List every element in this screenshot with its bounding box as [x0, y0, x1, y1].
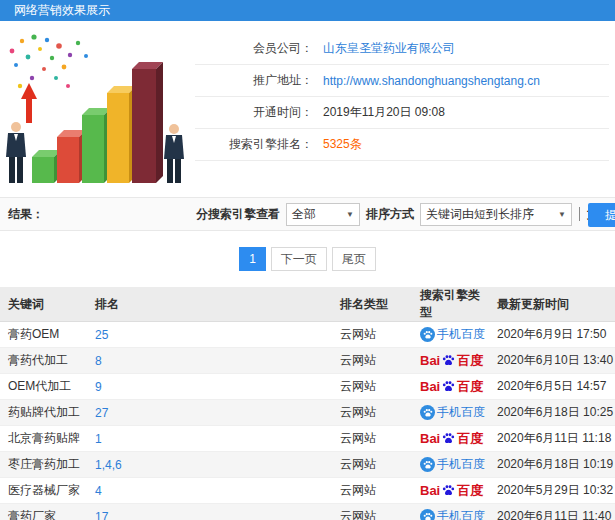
- paw-icon: [423, 512, 433, 520]
- table-row: 膏药OEM 25 云网站 手机百度 2020年6月9日 17:50: [0, 322, 615, 348]
- promo-url-link[interactable]: http://www.shandonghuangshengtang.cn: [323, 74, 540, 88]
- mobile-baidu-icon: [420, 457, 435, 472]
- open-time-value: 2019年11月20日 09:08: [323, 104, 445, 121]
- company-link[interactable]: 山东皇圣堂药业有限公司: [323, 40, 455, 57]
- company-label: 会员公司：: [195, 40, 313, 57]
- rank-type-cell: 云网站: [332, 374, 412, 400]
- paw-icon: [423, 408, 433, 418]
- rank-type-cell: 云网站: [332, 426, 412, 452]
- col-header-engine-type: 搜索引擎类型: [412, 287, 489, 322]
- member-info-panel: 会员公司： 山东皇圣堂药业有限公司 推广地址： http://www.shand…: [195, 21, 615, 161]
- rank-link[interactable]: 8: [95, 354, 102, 368]
- rank-cell: 9: [87, 374, 332, 400]
- table-row: 药贴牌代加工 27 云网站 手机百度 2020年6月18日 10:25: [0, 400, 615, 426]
- pagination: 1 下一页 尾页: [0, 247, 615, 271]
- table-header-row: 关键词 排名 排名类型 搜索引擎类型 最新更新时间: [0, 287, 615, 322]
- engine-cell: Bai百度: [412, 348, 489, 374]
- page-1-button[interactable]: 1: [239, 247, 266, 271]
- rank-link[interactable]: 1,4,6: [95, 458, 122, 472]
- paw-icon: [442, 484, 455, 497]
- marketing-chart-image: [4, 31, 190, 189]
- update-time-cell: 2020年6月5日 14:57: [489, 374, 615, 400]
- rank-type-cell: 云网站: [332, 348, 412, 374]
- engine-cell: 手机百度: [412, 400, 489, 426]
- table-row: OEM代加工 9 云网站 Bai百度 2020年6月5日 14:57: [0, 374, 615, 400]
- rank-cell: 1,4,6: [87, 452, 332, 478]
- rank-count-value: 5325条: [323, 136, 362, 153]
- table-row: 医疗器械厂家 4 云网站 Bai百度 2020年5月29日 10:32: [0, 478, 615, 504]
- col-header-update-time: 最新更新时间: [489, 287, 615, 322]
- divider: [579, 207, 580, 221]
- paw-icon: [423, 460, 433, 470]
- sort-value: 关键词由短到长排序: [426, 206, 534, 223]
- page-title: 网络营销效果展示: [0, 0, 615, 21]
- rank-link[interactable]: 4: [95, 484, 102, 498]
- paw-icon: [442, 432, 455, 445]
- mobile-baidu-logo: 手机百度: [420, 404, 485, 421]
- open-time-label: 开通时间：: [195, 104, 313, 121]
- engine-cell: 手机百度: [412, 504, 489, 520]
- keyword-cell: 药贴牌代加工: [0, 400, 87, 426]
- last-page-button[interactable]: 尾页: [332, 247, 376, 271]
- rank-cell: 4: [87, 478, 332, 504]
- businessman-right: [164, 124, 184, 183]
- submit-button[interactable]: 提交: [588, 203, 615, 227]
- chevron-down-icon: ▼: [346, 210, 354, 219]
- promo-url-row: 推广地址： http://www.shandonghuangshengtang.…: [195, 65, 609, 97]
- table-row: 枣庄膏药加工 1,4,6 云网站 手机百度 2020年6月18日 10:19: [0, 452, 615, 478]
- rank-link[interactable]: 17: [95, 510, 108, 520]
- rank-cell: 17: [87, 504, 332, 520]
- filter-bar: 结果： 分搜索引擎查看 全部 ▼ 排序方式 关键词由短到长排序 ▼ 文章类型 全…: [0, 197, 615, 231]
- table-row: 北京膏药贴牌 1 云网站 Bai百度 2020年6月11日 11:18: [0, 426, 615, 452]
- engine-filter-select[interactable]: 全部 ▼: [286, 203, 360, 226]
- rank-link[interactable]: 1: [95, 432, 102, 446]
- baidu-logo: Bai百度: [420, 430, 483, 448]
- businessman-left: [6, 122, 26, 183]
- baidu-logo: Bai百度: [420, 352, 483, 370]
- col-header-rank-type: 排名类型: [332, 287, 412, 322]
- paw-icon: [423, 330, 433, 340]
- open-time-row: 开通时间： 2019年11月20日 09:08: [195, 97, 609, 129]
- engine-cell: Bai百度: [412, 478, 489, 504]
- update-time-cell: 2020年6月9日 17:50: [489, 322, 615, 348]
- keyword-cell: 膏药厂家: [0, 504, 87, 520]
- sort-label: 排序方式: [366, 206, 414, 223]
- next-page-button[interactable]: 下一页: [271, 247, 327, 271]
- keyword-cell: 枣庄膏药加工: [0, 452, 87, 478]
- sort-select[interactable]: 关键词由短到长排序 ▼: [420, 203, 572, 226]
- rank-cell: 25: [87, 322, 332, 348]
- keyword-cell: 膏药代加工: [0, 348, 87, 374]
- bars: [32, 62, 163, 183]
- rank-type-cell: 云网站: [332, 478, 412, 504]
- update-time-cell: 2020年6月18日 10:19: [489, 452, 615, 478]
- rank-count-row: 搜索引擎排名： 5325条: [195, 129, 609, 161]
- mobile-baidu-icon: [420, 405, 435, 420]
- baidu-logo: Bai百度: [420, 378, 483, 396]
- mobile-baidu-icon: [420, 509, 435, 520]
- keyword-cell: 医疗器械厂家: [0, 478, 87, 504]
- result-label: 结果：: [8, 206, 44, 223]
- rank-type-cell: 云网站: [332, 322, 412, 348]
- engine-cell: Bai百度: [412, 426, 489, 452]
- rank-link[interactable]: 27: [95, 406, 108, 420]
- rank-type-cell: 云网站: [332, 504, 412, 520]
- bar-chart-graphic: [4, 31, 190, 189]
- update-time-cell: 2020年5月29日 10:32: [489, 478, 615, 504]
- rank-cell: 27: [87, 400, 332, 426]
- update-time-cell: 2020年6月11日 11:40: [489, 504, 615, 520]
- mobile-baidu-logo: 手机百度: [420, 326, 485, 343]
- mobile-baidu-logo: 手机百度: [420, 456, 485, 473]
- rank-link[interactable]: 25: [95, 328, 108, 342]
- paw-icon: [442, 354, 455, 367]
- update-time-cell: 2020年6月11日 11:18: [489, 426, 615, 452]
- engine-cell: 手机百度: [412, 452, 489, 478]
- update-time-cell: 2020年6月18日 10:25: [489, 400, 615, 426]
- mobile-baidu-logo: 手机百度: [420, 508, 485, 520]
- col-header-rank: 排名: [87, 287, 332, 322]
- rank-type-cell: 云网站: [332, 400, 412, 426]
- up-arrow-icon: [21, 83, 37, 123]
- company-row: 会员公司： 山东皇圣堂药业有限公司: [195, 33, 609, 65]
- promo-url-label: 推广地址：: [195, 72, 313, 89]
- baidu-logo: Bai百度: [420, 482, 483, 500]
- rank-link[interactable]: 9: [95, 380, 102, 394]
